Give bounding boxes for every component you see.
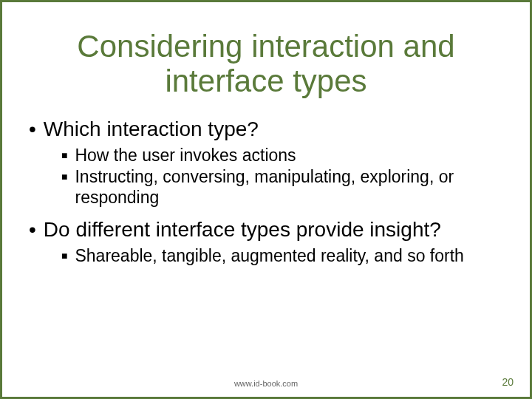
list-item-text: Instructing, conversing, manipulating, e… [75, 167, 503, 207]
list-item: • Do different interface types provide i… [29, 218, 503, 242]
list-item: ■ How the user invokes actions [61, 146, 503, 166]
bullet-icon: • [29, 117, 36, 141]
list-item-text: Shareable, tangible, augmented reality, … [75, 246, 463, 266]
slide: Considering interaction and interface ty… [0, 0, 532, 399]
bullet-icon: • [29, 218, 36, 242]
list-item: • Which interaction type? [29, 117, 503, 141]
page-number: 20 [502, 376, 514, 388]
square-bullet-icon: ■ [61, 246, 67, 265]
list-item-text: Which interaction type? [44, 117, 259, 141]
slide-title: Considering interaction and interface ty… [29, 29, 503, 98]
sub-list: ■ How the user invokes actions ■ Instruc… [61, 146, 503, 207]
sub-list: ■ Shareable, tangible, augmented reality… [61, 246, 503, 266]
bullet-list: • Which interaction type? ■ How the user… [29, 117, 503, 266]
list-item-text: How the user invokes actions [75, 146, 296, 166]
list-item: ■ Shareable, tangible, augmented reality… [61, 246, 503, 266]
list-item-text: Do different interface types provide ins… [44, 218, 441, 242]
list-item: ■ Instructing, conversing, manipulating,… [61, 167, 503, 207]
square-bullet-icon: ■ [61, 146, 67, 165]
footer-url: www.id-book.com [2, 379, 530, 388]
square-bullet-icon: ■ [61, 167, 67, 186]
